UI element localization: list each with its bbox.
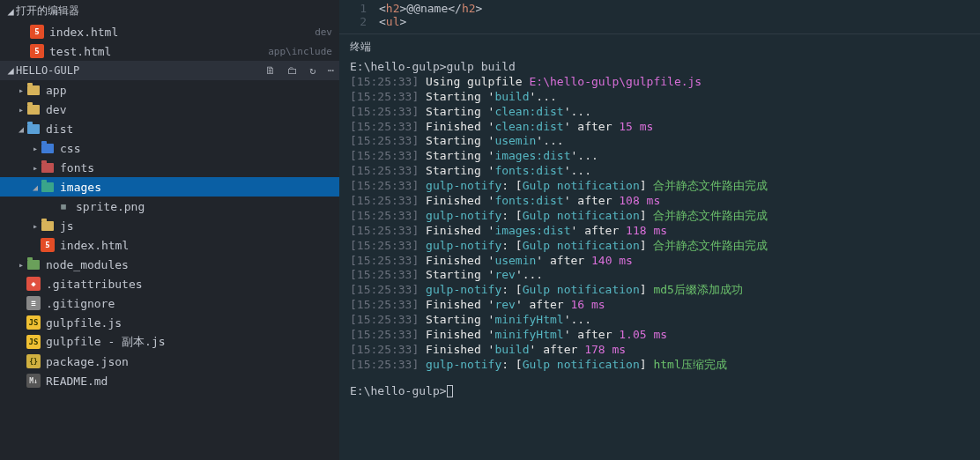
terminal-line: [15:25:33] Starting 'build'...	[350, 90, 969, 105]
file-name: test.html	[49, 45, 268, 58]
tree-item-label: package.json	[46, 355, 332, 368]
folder-icon	[26, 102, 41, 116]
tree-file[interactable]: ≡.gitignore	[0, 293, 339, 313]
project-label: HELLO-GULP	[16, 64, 260, 77]
tree-folder[interactable]: ▸app	[0, 80, 339, 100]
project-actions: 🗎 🗀 ↻ ⋯	[260, 64, 334, 77]
terminal-line: [15:25:33] gulp-notify: [Gulp notificati…	[350, 283, 969, 298]
terminal-line: [15:25:33] Finished 'minifyHtml' after 1…	[350, 328, 969, 343]
tree-arrow-icon: ◢	[16, 124, 26, 134]
open-editors-label: 打开的编辑器	[16, 4, 334, 19]
terminal-line: [15:25:33] Finished 'fonts:dist' after 1…	[350, 194, 969, 209]
terminal-line: [15:25:33] Starting 'images:dist'...	[350, 149, 969, 164]
tree-item-label: .gitignore	[46, 297, 332, 310]
tree-file[interactable]: ◆.gitattributes	[0, 274, 339, 293]
terminal-line: [15:25:33] gulp-notify: [Gulp notificati…	[350, 179, 969, 194]
tree-folder[interactable]: ▸fonts	[0, 158, 339, 177]
terminal-panel: 终端 E:\hello-gulp>gulp build[15:25:33] Us…	[339, 33, 980, 460]
tree-folder[interactable]: ▸node_modules	[0, 255, 339, 274]
tree-file[interactable]: ▦sprite.png	[0, 197, 339, 216]
open-editor-item[interactable]: 5index.htmldev	[0, 22, 339, 41]
file-name: index.html	[49, 26, 315, 39]
tree-arrow-icon: ▸	[16, 105, 26, 115]
code-area[interactable]: 1<h2>@@name</h2>2<ul>	[339, 0, 980, 28]
tree-item-label: app	[46, 84, 332, 97]
folder-icon	[41, 180, 55, 194]
file-icon: M↓	[26, 374, 41, 388]
tree-arrow-icon: ▸	[16, 260, 26, 270]
tree-arrow-icon: ▸	[30, 221, 41, 231]
tree-arrow-icon: ▸	[30, 144, 41, 153]
file-tree: ▸app▸dev◢dist▸css▸fonts◢images▦sprite.pn…	[0, 80, 339, 390]
terminal-prompt: E:\hello-gulp>gulp build	[350, 60, 969, 75]
html-file-icon: 5	[30, 25, 44, 39]
terminal-tab[interactable]: 终端	[343, 34, 976, 60]
code-line[interactable]: <ul>	[379, 15, 406, 28]
open-editor-item[interactable]: 5test.htmlapp\include	[0, 41, 339, 61]
file-path-hint: dev	[315, 26, 332, 38]
terminal-line: [15:25:33] Finished 'rev' after 16 ms	[350, 298, 969, 313]
tree-file[interactable]: JSgulpfile.js	[0, 313, 339, 332]
chevron-down-icon: ◢	[5, 5, 16, 18]
collapse-icon[interactable]: ⋯	[328, 64, 334, 77]
terminal-line: [15:25:33] Finished 'images:dist' after …	[350, 224, 969, 239]
tree-folder[interactable]: ▸dev	[0, 100, 339, 119]
tree-folder[interactable]: ◢dist	[0, 119, 339, 138]
tree-folder[interactable]: ▸js	[0, 216, 339, 235]
tree-file[interactable]: M↓README.md	[0, 371, 339, 390]
tree-item-label: dist	[46, 122, 332, 136]
file-icon: JS	[26, 315, 41, 330]
terminal-line: [15:25:33] Starting 'rev'...	[350, 268, 969, 283]
file-icon: JS	[26, 335, 41, 349]
terminal-line: [15:25:33] gulp-notify: [Gulp notificati…	[350, 358, 969, 373]
terminal-prompt[interactable]: E:\hello-gulp>	[350, 384, 969, 399]
tree-arrow-icon: ◢	[30, 182, 41, 192]
file-icon: ≡	[26, 296, 41, 310]
tree-item-label: gulpfile - 副本.js	[46, 334, 332, 350]
tree-item-label: node_modules	[46, 258, 332, 271]
folder-icon	[41, 141, 55, 155]
terminal-line: [15:25:33] Starting 'fonts:dist'...	[350, 164, 969, 179]
terminal-line: [15:25:33] Finished 'build' after 178 ms	[350, 343, 969, 358]
html-file-icon: 5	[30, 44, 44, 58]
terminal-line: [15:25:33] Finished 'clean:dist' after 1…	[350, 120, 969, 135]
tree-folder[interactable]: ▸css	[0, 138, 339, 158]
tree-file[interactable]: JSgulpfile - 副本.js	[0, 332, 339, 352]
file-path-hint: app\include	[268, 46, 332, 57]
tree-item-label: fonts	[60, 161, 332, 174]
sidebar: ◢ 打开的编辑器 5index.htmldev5test.htmlapp\inc…	[0, 0, 339, 460]
cursor-icon	[447, 385, 453, 397]
folder-icon	[26, 83, 41, 97]
tree-file[interactable]: 5index.html	[0, 235, 339, 255]
tree-item-label: gulpfile.js	[46, 316, 332, 330]
terminal-line: [15:25:33] Using gulpfile E:\hello-gulp\…	[350, 75, 969, 90]
file-icon: {}	[26, 354, 41, 368]
tree-item-label: sprite.png	[76, 200, 332, 213]
folder-icon	[26, 257, 41, 271]
open-editors-header[interactable]: ◢ 打开的编辑器	[0, 0, 339, 22]
tree-folder[interactable]: ◢images	[0, 177, 339, 197]
line-number: 2	[339, 15, 379, 28]
terminal-line: [15:25:33] gulp-notify: [Gulp notificati…	[350, 209, 969, 224]
new-folder-icon[interactable]: 🗀	[287, 64, 298, 77]
terminal-line: [15:25:33] Finished 'usemin' after 140 m…	[350, 254, 969, 269]
tree-item-label: .gitattributes	[46, 278, 332, 291]
refresh-icon[interactable]: ↻	[309, 64, 316, 77]
folder-icon	[26, 122, 41, 136]
tree-file[interactable]: {}package.json	[0, 352, 339, 371]
folder-icon	[41, 219, 55, 233]
terminal-line: [15:25:33] Starting 'clean:dist'...	[350, 105, 969, 120]
project-header[interactable]: ◢ HELLO-GULP 🗎 🗀 ↻ ⋯	[0, 61, 339, 80]
tree-item-label: css	[60, 142, 332, 155]
tree-item-label: README.md	[46, 375, 332, 388]
terminal-output[interactable]: E:\hello-gulp>gulp build[15:25:33] Using…	[343, 60, 976, 406]
new-file-icon[interactable]: 🗎	[265, 64, 276, 77]
terminal-line: [15:25:33] Starting 'minifyHtml'...	[350, 313, 969, 328]
tree-arrow-icon: ▸	[30, 163, 41, 173]
terminal-line: [15:25:33] gulp-notify: [Gulp notificati…	[350, 239, 969, 254]
code-line[interactable]: <h2>@@name</h2>	[379, 2, 482, 15]
tree-item-label: index.html	[60, 239, 332, 252]
editor-pane: 1<h2>@@name</h2>2<ul> 终端 E:\hello-gulp>g…	[339, 0, 980, 460]
file-icon: ◆	[26, 277, 41, 291]
terminal-line: [15:25:33] Starting 'usemin'...	[350, 134, 969, 149]
